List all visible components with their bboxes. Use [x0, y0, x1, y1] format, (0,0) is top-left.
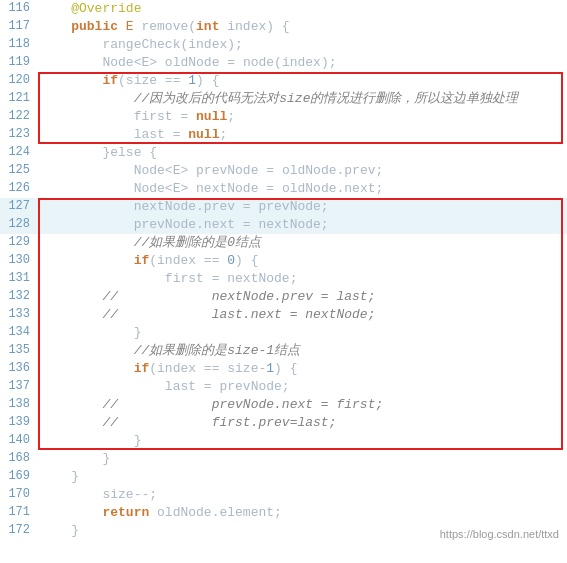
line-content: Node<E> nextNode = oldNode.next; — [38, 180, 567, 198]
line-content: } — [38, 450, 567, 468]
line-content: // first.prev=last; — [38, 414, 567, 432]
code-line: 128 prevNode.next = nextNode; — [0, 216, 567, 234]
code-line: 120 if(size == 1) { — [0, 72, 567, 90]
code-line: 127 nextNode.prev = prevNode; — [0, 198, 567, 216]
line-content: // prevNode.next = first; — [38, 396, 567, 414]
line-content: public E remove(int index) { — [38, 18, 567, 36]
line-content: @Override — [38, 0, 567, 18]
line-content: } — [38, 468, 567, 486]
line-content: Node<E> oldNode = node(index); — [38, 54, 567, 72]
line-number: 121 — [0, 90, 38, 105]
code-line: 125 Node<E> prevNode = oldNode.prev; — [0, 162, 567, 180]
watermark: https://blog.csdn.net/ttxd — [440, 528, 559, 540]
line-number: 116 — [0, 0, 38, 15]
line-content: } — [38, 324, 567, 342]
line-number: 139 — [0, 414, 38, 429]
line-number: 125 — [0, 162, 38, 177]
line-content: rangeCheck(index); — [38, 36, 567, 54]
line-number: 119 — [0, 54, 38, 69]
line-content: prevNode.next = nextNode; — [38, 216, 567, 234]
line-content: first = nextNode; — [38, 270, 567, 288]
line-number: 122 — [0, 108, 38, 123]
line-content: //如果删除的是0结点 — [38, 234, 567, 252]
code-line: 137 last = prevNode; — [0, 378, 567, 396]
line-number: 133 — [0, 306, 38, 321]
line-number: 118 — [0, 36, 38, 51]
line-content: if(index == 0) { — [38, 252, 567, 270]
line-content: // nextNode.prev = last; — [38, 288, 567, 306]
line-content: }else { — [38, 144, 567, 162]
code-line: 118 rangeCheck(index); — [0, 36, 567, 54]
code-line: 122 first = null; — [0, 108, 567, 126]
line-number: 170 — [0, 486, 38, 501]
code-line: 123 last = null; — [0, 126, 567, 144]
code-line: 129 //如果删除的是0结点 — [0, 234, 567, 252]
line-content: if(index == size-1) { — [38, 360, 567, 378]
code-line: 170 size--; — [0, 486, 567, 504]
line-number: 124 — [0, 144, 38, 159]
code-line: 168 } — [0, 450, 567, 468]
line-number: 171 — [0, 504, 38, 519]
line-number: 131 — [0, 270, 38, 285]
line-number: 120 — [0, 72, 38, 87]
code-line: 133 // last.next = nextNode; — [0, 306, 567, 324]
line-number: 123 — [0, 126, 38, 141]
line-content: nextNode.prev = prevNode; — [38, 198, 567, 216]
code-line: 169 } — [0, 468, 567, 486]
code-line: 126 Node<E> nextNode = oldNode.next; — [0, 180, 567, 198]
code-line: 131 first = nextNode; — [0, 270, 567, 288]
line-content: first = null; — [38, 108, 567, 126]
line-content: return oldNode.element; — [38, 504, 567, 522]
line-number: 137 — [0, 378, 38, 393]
line-number: 127 — [0, 198, 38, 213]
code-line: 140 } — [0, 432, 567, 450]
line-number: 172 — [0, 522, 38, 537]
line-number: 169 — [0, 468, 38, 483]
line-content: } — [38, 432, 567, 450]
line-content: // last.next = nextNode; — [38, 306, 567, 324]
code-line: 121 //因为改后的代码无法对size的情况进行删除，所以这边单独处理 — [0, 90, 567, 108]
code-line: 130 if(index == 0) { — [0, 252, 567, 270]
code-line: 139 // first.prev=last; — [0, 414, 567, 432]
line-number: 138 — [0, 396, 38, 411]
line-number: 129 — [0, 234, 38, 249]
line-number: 136 — [0, 360, 38, 375]
line-number: 126 — [0, 180, 38, 195]
code-line: 138 // prevNode.next = first; — [0, 396, 567, 414]
line-number: 168 — [0, 450, 38, 465]
code-line: 135 //如果删除的是size-1结点 — [0, 342, 567, 360]
code-editor: 116 @Override117 public E remove(int ind… — [0, 0, 567, 544]
code-line: 136 if(index == size-1) { — [0, 360, 567, 378]
code-line: 117 public E remove(int index) { — [0, 18, 567, 36]
line-number: 135 — [0, 342, 38, 357]
line-number: 132 — [0, 288, 38, 303]
line-number: 117 — [0, 18, 38, 33]
code-line: 171 return oldNode.element; — [0, 504, 567, 522]
line-number: 130 — [0, 252, 38, 267]
line-content: last = prevNode; — [38, 378, 567, 396]
code-line: 116 @Override — [0, 0, 567, 18]
line-content: //因为改后的代码无法对size的情况进行删除，所以这边单独处理 — [38, 90, 567, 108]
code-line: 132 // nextNode.prev = last; — [0, 288, 567, 306]
line-number: 134 — [0, 324, 38, 339]
line-content: //如果删除的是size-1结点 — [38, 342, 567, 360]
code-line: 134 } — [0, 324, 567, 342]
line-number: 128 — [0, 216, 38, 231]
line-content: last = null; — [38, 126, 567, 144]
line-content: if(size == 1) { — [38, 72, 567, 90]
code-line: 124 }else { — [0, 144, 567, 162]
line-number: 140 — [0, 432, 38, 447]
line-content: Node<E> prevNode = oldNode.prev; — [38, 162, 567, 180]
line-content: size--; — [38, 486, 567, 504]
code-line: 119 Node<E> oldNode = node(index); — [0, 54, 567, 72]
